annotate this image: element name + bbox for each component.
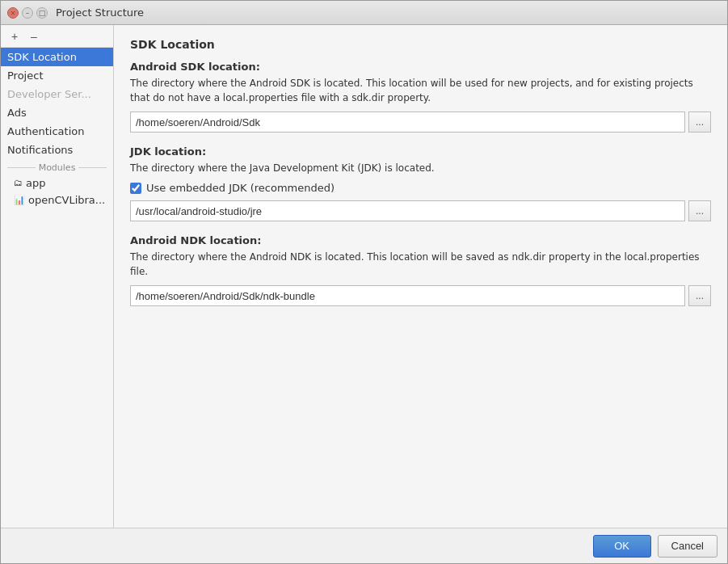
cancel-button[interactable]: Cancel: [658, 535, 717, 558]
maximize-button[interactable]: □: [36, 7, 48, 19]
sidebar: + – SDK Location Project Developer Ser..…: [1, 25, 114, 528]
android-sdk-title: Android SDK location:: [130, 61, 711, 73]
android-ndk-input-row: ...: [130, 285, 711, 306]
project-structure-dialog: × – □ Project Structure + – SDK Location…: [0, 0, 728, 564]
sidebar-item-notifications[interactable]: Notifications: [1, 141, 113, 159]
sidebar-item-ads[interactable]: Ads: [1, 103, 113, 122]
opencv-module-label: openCVLibra...: [28, 194, 105, 206]
sidebar-item-authentication[interactable]: Authentication: [1, 122, 113, 141]
window-controls: × – □: [7, 7, 48, 19]
sidebar-item-opencv[interactable]: 📊 openCVLibra...: [1, 192, 113, 208]
jdk-input-row: ...: [130, 200, 711, 221]
jdk-title: JDK location:: [130, 145, 711, 158]
modules-section-header: Modules: [1, 159, 113, 175]
main-content: SDK Location Android SDK location: The d…: [114, 25, 727, 528]
sidebar-item-app[interactable]: 🗂 app: [1, 175, 113, 192]
close-button[interactable]: ×: [7, 7, 19, 19]
embedded-jdk-checkbox[interactable]: [130, 183, 141, 194]
remove-button[interactable]: –: [25, 27, 43, 45]
sidebar-item-sdk-location[interactable]: SDK Location: [1, 48, 113, 66]
android-ndk-browse-button[interactable]: ...: [688, 285, 711, 306]
android-ndk-description: The directory where the Android NDK is l…: [130, 250, 711, 279]
page-title: SDK Location: [130, 38, 711, 51]
sidebar-item-developer-services: Developer Ser...: [1, 85, 113, 103]
add-button[interactable]: +: [6, 27, 23, 45]
android-sdk-browse-button[interactable]: ...: [688, 112, 711, 133]
embedded-jdk-label[interactable]: Use embedded JDK (recommended): [146, 182, 335, 194]
android-sdk-description: The directory where the Android SDK is l…: [130, 76, 711, 105]
jdk-description: The directory where the Java Development…: [130, 161, 711, 175]
jdk-path-input[interactable]: [130, 200, 685, 221]
android-sdk-input-row: ...: [130, 112, 711, 133]
android-ndk-path-input[interactable]: [130, 285, 685, 306]
sidebar-toolbar: + –: [1, 25, 113, 48]
android-ndk-title: Android NDK location:: [130, 234, 711, 246]
opencv-icon: 📊: [14, 195, 25, 205]
ok-button[interactable]: OK: [593, 535, 651, 558]
app-module-label: app: [26, 177, 45, 189]
bottom-bar: OK Cancel: [1, 528, 727, 563]
jdk-browse-button[interactable]: ...: [688, 200, 711, 221]
titlebar: × – □ Project Structure: [1, 1, 727, 25]
window-body: + – SDK Location Project Developer Ser..…: [1, 25, 727, 528]
embedded-jdk-row: Use embedded JDK (recommended): [130, 182, 711, 194]
android-sdk-path-input[interactable]: [130, 112, 685, 133]
app-folder-icon: 🗂: [14, 178, 23, 188]
minimize-button[interactable]: –: [22, 7, 33, 19]
window-title: Project Structure: [56, 6, 144, 19]
sidebar-item-project[interactable]: Project: [1, 66, 113, 85]
